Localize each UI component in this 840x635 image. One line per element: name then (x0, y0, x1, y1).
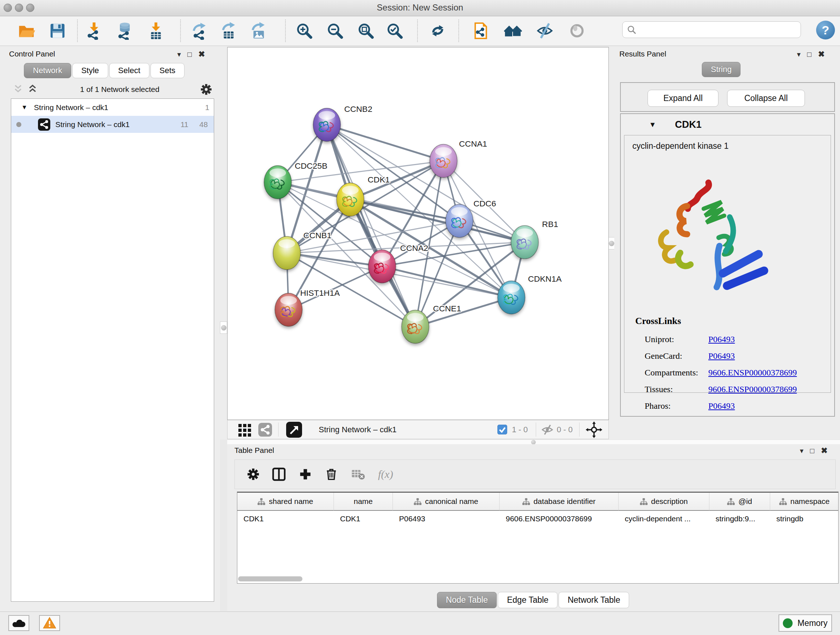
column-header-database-identifier[interactable]: database identifier (500, 493, 619, 511)
panel-collapse-icon[interactable]: ▾ (800, 447, 804, 454)
zoom-in-icon[interactable] (294, 21, 314, 41)
network-node-CCNA1[interactable] (430, 144, 457, 177)
crosslink-link[interactable]: P06493 (708, 351, 735, 361)
horizontal-splitter[interactable] (227, 440, 840, 445)
network-canvas[interactable]: CCNB2CCNA1CDC25BCDK1CDC6RB1CCNB1CCNA2CDK… (227, 48, 608, 420)
network-node-HIST1H1A[interactable] (275, 293, 302, 326)
import-network-file-icon[interactable] (84, 21, 104, 41)
export-image-icon[interactable] (249, 21, 269, 41)
table-cell[interactable]: 9606.ENSP00000378699 (500, 511, 619, 527)
network-edge-CDKN1A-CCNE1[interactable] (415, 298, 511, 327)
network-node-CDKN1A[interactable] (498, 281, 525, 314)
network-edge-CCNB2-RB1[interactable] (327, 125, 524, 242)
tab-edge-table[interactable]: Edge Table (498, 592, 557, 608)
tree-expand-icon[interactable]: ▼ (21, 104, 27, 111)
network-edge-CCNA2-CDKN1A[interactable] (382, 266, 511, 298)
network-collection-row[interactable]: ▼ String Network – cdk1 1 (11, 99, 214, 116)
search-input[interactable] (640, 25, 797, 35)
left-splitter[interactable] (220, 46, 227, 440)
collapse-all-icon[interactable] (12, 84, 25, 95)
panel-close-icon[interactable]: ✖ (198, 50, 205, 58)
crosslink-link[interactable]: P06493 (708, 401, 735, 411)
panel-float-icon[interactable]: □ (187, 51, 192, 58)
import-table-icon[interactable] (146, 21, 166, 41)
protein-header[interactable]: ▼ CDK1 (621, 114, 834, 135)
expand-all-icon[interactable] (27, 84, 39, 95)
column-header-namespace[interactable]: namespace (770, 493, 838, 511)
table-cell[interactable]: P06493 (393, 511, 500, 527)
memory-button[interactable]: Memory (778, 614, 832, 632)
share-session-file-icon[interactable] (471, 21, 491, 41)
column-header--id[interactable]: @id (709, 493, 770, 511)
horizontal-scrollbar-thumb[interactable] (238, 576, 302, 581)
tab-node-table[interactable]: Node Table (437, 592, 497, 608)
crosslink-link[interactable]: P06493 (708, 334, 735, 344)
panel-float-icon[interactable]: □ (810, 447, 814, 454)
network-node-CCNB2[interactable] (313, 108, 341, 141)
zoom-fit-icon[interactable] (356, 21, 376, 41)
table-settings-gear-icon[interactable] (247, 468, 259, 480)
function-builder-icon[interactable]: f(x) (378, 468, 393, 480)
expand-all-button[interactable]: Expand All (647, 90, 718, 107)
left-splitter-handle[interactable] (220, 321, 227, 334)
network-edge-CCNB2-CCNE1[interactable] (327, 125, 415, 327)
open-session-icon[interactable] (17, 21, 36, 41)
show-columns-icon[interactable] (272, 467, 286, 481)
panel-collapse-icon[interactable]: ▾ (797, 51, 801, 58)
tab-string[interactable]: String (702, 62, 741, 77)
network-type-icon[interactable] (258, 420, 272, 439)
table-cell[interactable]: cyclin-dependent ... (619, 511, 709, 527)
export-table-icon[interactable] (219, 21, 239, 41)
apply-layout-icon[interactable] (428, 21, 447, 41)
save-session-icon[interactable] (48, 21, 67, 41)
hide-selected-icon[interactable] (535, 21, 554, 41)
network-node-CDC6[interactable] (446, 204, 473, 238)
show-grid-icon[interactable] (238, 420, 252, 439)
cloud-status-button[interactable] (8, 615, 29, 631)
network-node-CDK1[interactable] (336, 183, 364, 216)
panel-close-icon[interactable]: ✖ (821, 447, 827, 455)
delete-table-icon[interactable] (351, 467, 366, 482)
column-header-name[interactable]: name (334, 493, 393, 511)
warning-status-button[interactable] (39, 615, 60, 631)
panel-float-icon[interactable]: □ (807, 51, 812, 58)
tab-sets[interactable]: Sets (150, 63, 185, 78)
network-view[interactable]: CCNB2CCNA1CDC25BCDK1CDC6RB1CCNB1CCNA2CDK… (227, 47, 609, 420)
birdseye-view-icon[interactable] (286, 420, 302, 439)
column-header-canonical-name[interactable]: canonical name (393, 493, 500, 511)
show-all-icon[interactable] (567, 21, 587, 41)
import-network-database-icon[interactable] (115, 21, 134, 41)
gear-icon[interactable] (201, 84, 212, 95)
column-header-description[interactable]: description (619, 493, 709, 511)
zoom-out-icon[interactable] (325, 21, 345, 41)
tab-network[interactable]: Network (24, 63, 71, 78)
network-node-CCNE1[interactable] (401, 310, 429, 344)
crosslink-link[interactable]: 9606.ENSP00000378699 (708, 368, 797, 378)
collapse-all-button[interactable]: Collapse All (727, 90, 805, 107)
tab-network-table[interactable]: Network Table (559, 592, 629, 608)
right-splitter[interactable] (609, 46, 614, 440)
panel-collapse-icon[interactable]: ▾ (177, 51, 181, 58)
table-cell[interactable]: CDK1 (334, 511, 393, 527)
column-header-shared-name[interactable]: shared name (237, 493, 334, 511)
hidden-eye-icon[interactable] (541, 420, 554, 439)
table-row[interactable]: CDK1CDK1P064939606.ENSP00000378699cyclin… (237, 511, 838, 527)
network-edge-CCNB2-CCNA1[interactable] (327, 125, 443, 161)
network-node-CCNB1[interactable] (273, 236, 301, 270)
add-column-icon[interactable] (298, 467, 312, 481)
selected-checkbox[interactable] (497, 420, 507, 439)
right-splitter-handle[interactable] (608, 237, 615, 249)
panel-close-icon[interactable]: ✖ (818, 50, 824, 58)
table-cell[interactable]: stringdb (770, 511, 838, 527)
export-network-icon[interactable] (190, 21, 210, 41)
table-cell[interactable]: CDK1 (237, 511, 334, 527)
network-node-RB1[interactable] (511, 226, 538, 259)
network-node-CDC25B[interactable] (264, 165, 292, 199)
pan-crosshair-icon[interactable] (586, 420, 602, 439)
network-row[interactable]: String Network – cdk1 11 48 (11, 116, 214, 133)
network-overview-icon[interactable] (503, 21, 523, 41)
collapse-section-icon[interactable]: ▼ (649, 120, 656, 129)
crosslink-link[interactable]: 9606.ENSP00000378699 (708, 385, 797, 394)
tab-select[interactable]: Select (109, 63, 149, 78)
zoom-selected-icon[interactable] (385, 21, 404, 41)
